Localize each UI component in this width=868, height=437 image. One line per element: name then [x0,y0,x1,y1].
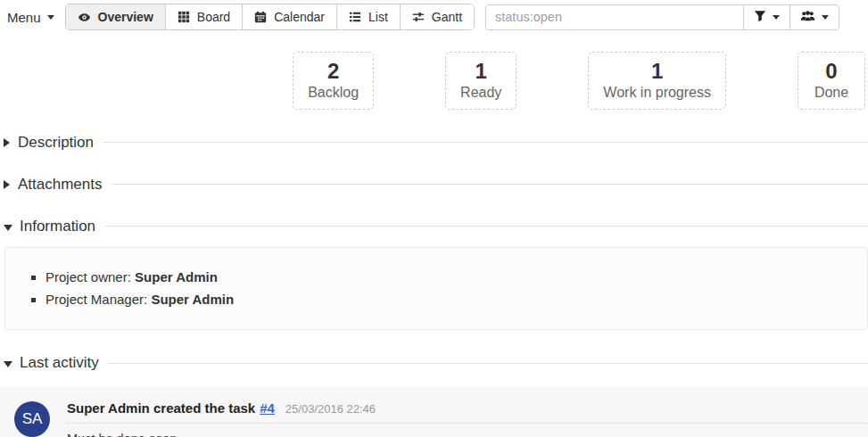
tab-list-label: List [368,10,388,24]
expanded-triangle-icon [4,361,12,367]
filter-funnel-icon [754,10,766,25]
chevron-down-icon [822,15,829,20]
chevron-down-icon [773,15,780,20]
info-label: Project Manager: [45,292,151,307]
activity-event: Super Admin created the task#425/03/2016… [67,398,868,437]
users-group-icon [800,10,815,25]
tab-calendar-label: Calendar [274,10,325,24]
eye-icon [78,11,91,24]
info-value: Super Admin [151,292,234,307]
list-item: Project Manager: Super Admin [45,290,854,309]
search-input[interactable] [486,5,743,29]
tab-gantt[interactable]: Gantt [400,4,474,29]
stat-count: 0 [813,59,850,84]
stat-label: Ready [460,85,501,101]
section-title: Last activity [20,354,99,372]
information-panel: Project owner: Super Admin Project Manag… [4,247,868,331]
stat-box-work-in-progress: 1 Work in progress [588,52,726,110]
sliders-icon [412,11,425,23]
stat-label: Backlog [308,85,359,101]
heading-divider [112,184,868,185]
expanded-triangle-icon [4,225,12,231]
list-item: Project owner: Super Admin [45,268,854,287]
activity-panel: SA Super Admin created the task#425/03/2… [0,387,868,437]
stat-count: 2 [308,59,359,84]
stat-label: Work in progress [603,85,711,101]
section-title: Information [20,218,95,235]
tab-list[interactable]: List [336,4,400,29]
board-grid-icon [178,11,190,23]
activity-body: Must be done soon [67,432,868,437]
search-filter-group [485,4,839,30]
section-toggle-attachments[interactable]: Attachments [4,176,868,194]
stat-box-ready: 1 Ready [445,52,517,110]
section-title: Description [18,134,94,152]
stat-box-done: 0 Done [798,52,865,110]
menu-label: Menu [7,10,41,25]
column-stats-row: 2 Backlog 1 Ready 1 Work in progress 0 D… [0,52,865,110]
avatar: SA [14,401,50,437]
info-value: Super Admin [135,269,218,284]
stat-box-backlog: 2 Backlog [293,52,374,110]
section-toggle-last-activity[interactable]: Last activity [4,354,868,372]
calendar-icon [254,11,267,23]
view-switcher: Overview Board Calendar List Gantt [65,4,475,30]
list-icon [349,11,361,23]
activity-title-row: Super Admin created the task#425/03/2016… [67,398,868,424]
information-list: Project owner: Super Admin Project Manag… [19,268,854,310]
stat-label: Done [813,85,850,101]
stat-count: 1 [460,59,501,84]
menu-dropdown[interactable]: Menu [7,10,54,25]
tab-board[interactable]: Board [165,4,242,29]
tab-gantt-label: Gantt [432,10,462,24]
heading-divider [108,363,868,364]
heading-divider [104,226,868,227]
tab-calendar[interactable]: Calendar [242,4,336,29]
section-toggle-information[interactable]: Information [4,218,868,235]
heading-divider [103,142,868,143]
collapsed-triangle-icon [4,180,10,189]
section-title: Attachments [18,176,103,194]
activity-timestamp: 25/03/2016 22:46 [285,402,376,416]
tab-overview[interactable]: Overview [66,4,165,29]
tab-overview-label: Overview [98,10,153,24]
collapsed-triangle-icon [4,138,10,147]
tab-board-label: Board [197,10,230,24]
stat-count: 1 [603,59,711,84]
task-link[interactable]: #4 [260,400,275,416]
users-dropdown-button[interactable] [789,5,839,29]
chevron-down-icon [47,15,54,20]
info-label: Project owner: [45,269,135,284]
activity-title: Super Admin created the task [67,400,255,416]
filter-dropdown-button[interactable] [743,5,789,29]
top-bar: Menu Overview Board Calendar List [0,0,868,33]
section-toggle-description[interactable]: Description [4,134,868,152]
